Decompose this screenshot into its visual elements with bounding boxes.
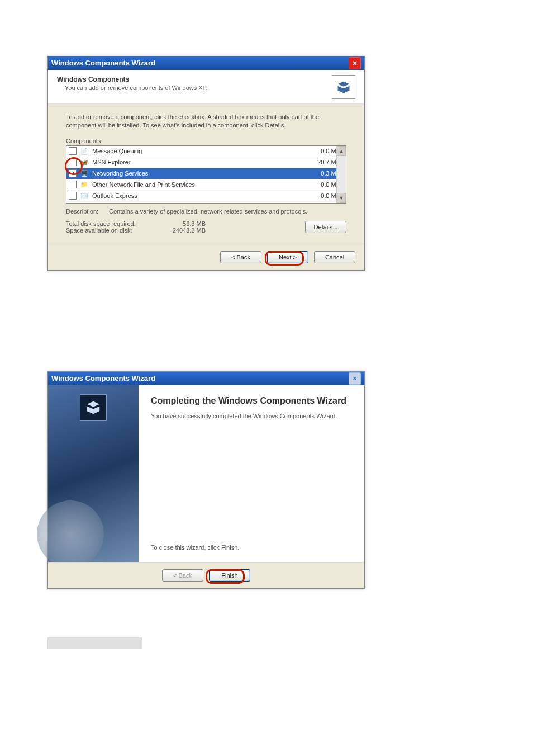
decorative-bar (47, 637, 142, 649)
component-icon: 🖥️ (80, 169, 89, 178)
component-name: Outlook Express (92, 192, 307, 199)
component-icon: 🦋 (80, 158, 89, 167)
completion-text: You have successfully completed the Wind… (151, 412, 352, 420)
instructions-text: To add or remove a component, click the … (66, 113, 346, 130)
wizard-header: Windows Components You can add or remove… (48, 70, 364, 104)
space-required-value: 56.3 MB (161, 220, 206, 227)
space-available-value: 24043.2 MB (161, 227, 206, 234)
list-item[interactable]: 🦋 MSN Explorer 20.7 MB (66, 157, 346, 168)
component-icon: ✉️ (80, 191, 89, 200)
header-subtitle: You can add or remove components of Wind… (57, 84, 332, 91)
title-bar[interactable]: Windows Components Wizard × (48, 56, 364, 70)
cancel-button[interactable]: Cancel (314, 251, 355, 263)
next-button[interactable]: Next > (267, 251, 308, 263)
component-icon: 📄 (80, 147, 89, 155)
list-item[interactable]: 🖥️ Networking Services 0.3 MB (66, 168, 346, 179)
wizard-body: To add or remove a component, click the … (48, 104, 364, 244)
back-button[interactable]: < Back (220, 251, 261, 263)
description-label: Description: (66, 208, 107, 215)
component-name: Message Queuing (92, 148, 307, 154)
window-title: Windows Components Wizard (51, 372, 155, 385)
header-title: Windows Components (57, 75, 332, 83)
component-icon: 📁 (80, 180, 89, 189)
back-button: < Back (162, 569, 203, 582)
space-available-label: Space available on disk: (66, 227, 161, 234)
scroll-down-icon[interactable]: ▼ (337, 193, 346, 203)
wizard-side-panel (48, 385, 139, 562)
title-bar[interactable]: Windows Components Wizard × (48, 372, 364, 385)
checkbox-icon[interactable] (69, 158, 77, 166)
close-hint-text: To close this wizard, click Finish. (151, 544, 352, 551)
component-name: Other Network File and Print Services (92, 181, 307, 188)
components-label: Components: (66, 138, 346, 144)
finish-button[interactable]: Finish (209, 569, 250, 582)
completion-heading: Completing the Windows Components Wizard (151, 395, 352, 407)
list-item[interactable]: 📄 Message Queuing 0.0 MB (66, 146, 346, 157)
checkbox-icon[interactable] (69, 181, 77, 188)
list-item[interactable]: ✉️ Outlook Express 0.0 MB (66, 191, 346, 202)
close-icon[interactable]: × (349, 57, 361, 69)
package-icon (80, 394, 107, 421)
wizard-footer: < Back Finish (48, 562, 364, 588)
components-listbox[interactable]: 📄 Message Queuing 0.0 MB 🦋 MSN Explorer … (66, 145, 346, 204)
description-row: Description: Contains a variety of speci… (66, 208, 346, 215)
scroll-up-icon[interactable]: ▲ (337, 146, 346, 156)
window-title: Windows Components Wizard (51, 56, 155, 70)
completion-wizard-dialog: Windows Components Wizard × Completing t… (47, 371, 365, 589)
package-icon (332, 75, 355, 99)
checkbox-icon[interactable] (69, 192, 77, 200)
components-wizard-dialog: Windows Components Wizard × Windows Comp… (47, 56, 365, 271)
space-required-label: Total disk space required: (66, 220, 161, 227)
checkbox-icon[interactable] (69, 147, 77, 155)
component-name: Networking Services (92, 170, 307, 177)
wizard-footer: < Back Next > Cancel (48, 244, 364, 270)
checkbox-icon[interactable] (69, 169, 77, 177)
close-icon[interactable]: × (349, 372, 361, 385)
scrollbar[interactable]: ▲ ▼ (336, 146, 346, 203)
list-item[interactable]: 📁 Other Network File and Print Services … (66, 179, 346, 191)
wizard-main: Completing the Windows Components Wizard… (139, 385, 364, 562)
details-button[interactable]: Details... (305, 221, 346, 233)
component-name: MSN Explorer (92, 159, 307, 166)
description-text: Contains a variety of specialized, netwo… (109, 208, 307, 215)
cd-illustration (37, 500, 104, 568)
